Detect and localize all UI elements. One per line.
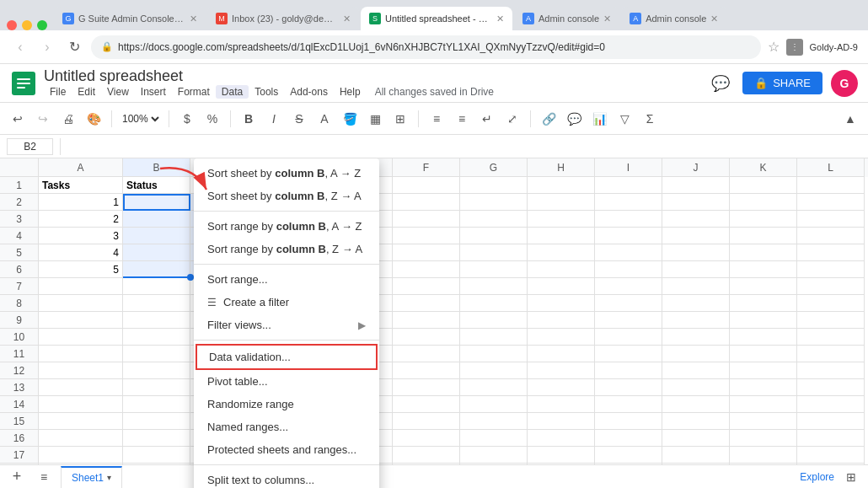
- cell-j2[interactable]: [662, 194, 730, 211]
- cell-h11[interactable]: [528, 346, 595, 362]
- currency-button[interactable]: $: [176, 108, 198, 130]
- cell-j11[interactable]: [662, 346, 730, 362]
- menu-filter-views[interactable]: Filter views... ▶: [194, 314, 379, 336]
- cell-g2[interactable]: [460, 194, 528, 211]
- cell-k2[interactable]: [730, 194, 797, 211]
- cell-a17[interactable]: [39, 447, 123, 464]
- menu-help[interactable]: Help: [334, 85, 367, 99]
- cell-k1[interactable]: [730, 177, 797, 194]
- gsuite-close[interactable]: ✕: [190, 13, 197, 24]
- cell-a4[interactable]: 3: [39, 228, 123, 244]
- cell-k4[interactable]: [730, 228, 797, 244]
- cell-b14[interactable]: [123, 396, 190, 413]
- cell-f11[interactable]: [393, 346, 460, 362]
- col-header-g[interactable]: G: [460, 158, 528, 177]
- col-header-l[interactable]: L: [797, 158, 865, 177]
- text-color-button[interactable]: A: [313, 108, 335, 130]
- cell-i11[interactable]: [595, 346, 662, 362]
- filter-button[interactable]: ▽: [613, 108, 635, 130]
- cell-l12[interactable]: [797, 362, 865, 379]
- menu-sort-range-za[interactable]: Sort range by column B, Z → A: [194, 238, 379, 260]
- cell-k15[interactable]: [730, 413, 797, 430]
- cell-g11[interactable]: [460, 346, 528, 362]
- cell-a6[interactable]: 5: [39, 261, 123, 278]
- cell-g12[interactable]: [460, 362, 528, 379]
- borders-button[interactable]: ▦: [364, 108, 386, 130]
- cell-f1[interactable]: [393, 177, 460, 194]
- cell-reference-input[interactable]: B2: [7, 138, 53, 155]
- cell-k17[interactable]: [730, 447, 797, 464]
- cell-k8[interactable]: [730, 295, 797, 312]
- ext-icon-1[interactable]: ⋮: [786, 39, 803, 56]
- cell-f10[interactable]: [393, 329, 460, 346]
- formula-input[interactable]: [67, 141, 861, 153]
- cell-k5[interactable]: [730, 244, 797, 261]
- cell-l7[interactable]: [797, 278, 865, 295]
- cell-j6[interactable]: [662, 261, 730, 278]
- cell-f7[interactable]: [393, 278, 460, 295]
- cell-j3[interactable]: [662, 211, 730, 228]
- menu-randomize-range[interactable]: Randomize range: [194, 393, 379, 416]
- cell-a15[interactable]: [39, 413, 123, 430]
- col-header-k[interactable]: K: [730, 158, 797, 177]
- cell-k14[interactable]: [730, 396, 797, 413]
- cell-h16[interactable]: [528, 430, 595, 447]
- cell-l11[interactable]: [797, 346, 865, 362]
- cell-j16[interactable]: [662, 430, 730, 447]
- col-header-b[interactable]: B: [123, 158, 190, 177]
- cell-j9[interactable]: [662, 312, 730, 329]
- cell-j12[interactable]: [662, 362, 730, 379]
- cell-k7[interactable]: [730, 278, 797, 295]
- cell-f17[interactable]: [393, 447, 460, 464]
- cell-i15[interactable]: [595, 413, 662, 430]
- cell-g10[interactable]: [460, 329, 528, 346]
- cell-j13[interactable]: [662, 379, 730, 396]
- cell-i14[interactable]: [595, 396, 662, 413]
- col-header-i[interactable]: I: [595, 158, 662, 177]
- menu-edit[interactable]: Edit: [72, 85, 101, 99]
- cell-l3[interactable]: [797, 211, 865, 228]
- text-wrap-button[interactable]: ↵: [476, 108, 498, 130]
- menu-data[interactable]: Data: [216, 85, 249, 99]
- cell-b13[interactable]: [123, 379, 190, 396]
- menu-format[interactable]: Format: [172, 85, 216, 99]
- cell-a5[interactable]: 4: [39, 244, 123, 261]
- cell-b17[interactable]: [123, 447, 190, 464]
- cell-j7[interactable]: [662, 278, 730, 295]
- cell-g4[interactable]: [460, 228, 528, 244]
- admin1-close[interactable]: ✕: [603, 13, 611, 24]
- cell-b1[interactable]: Status: [123, 177, 190, 194]
- cell-a8[interactable]: [39, 295, 123, 312]
- cell-l17[interactable]: [797, 447, 865, 464]
- cell-f2[interactable]: [393, 194, 460, 211]
- cell-h13[interactable]: [528, 379, 595, 396]
- strikethrough-button[interactable]: S: [288, 108, 310, 130]
- cell-l8[interactable]: [797, 295, 865, 312]
- cell-g8[interactable]: [460, 295, 528, 312]
- cell-f15[interactable]: [393, 413, 460, 430]
- explore-button[interactable]: ▲: [839, 108, 861, 130]
- cell-g16[interactable]: [460, 430, 528, 447]
- menu-protected-sheets[interactable]: Protected sheets and ranges...: [194, 438, 379, 461]
- menu-sort-sheet-za[interactable]: Sort sheet by column B, Z → A: [194, 185, 379, 207]
- cell-a7[interactable]: [39, 278, 123, 295]
- cell-l15[interactable]: [797, 413, 865, 430]
- cell-h2[interactable]: [528, 194, 595, 211]
- cell-f8[interactable]: [393, 295, 460, 312]
- cell-b11[interactable]: [123, 346, 190, 362]
- cell-h14[interactable]: [528, 396, 595, 413]
- menu-data-validation[interactable]: Data validation...: [196, 344, 378, 370]
- cell-a10[interactable]: [39, 329, 123, 346]
- col-header-h[interactable]: H: [528, 158, 595, 177]
- cell-h6[interactable]: [528, 261, 595, 278]
- sheet-tab-1[interactable]: Sheet1 ▾: [61, 466, 122, 488]
- cell-f9[interactable]: [393, 312, 460, 329]
- italic-button[interactable]: I: [263, 108, 285, 130]
- cell-i6[interactable]: [595, 261, 662, 278]
- chart-button[interactable]: 📊: [588, 108, 610, 130]
- cell-k3[interactable]: [730, 211, 797, 228]
- forward-button[interactable]: ›: [37, 37, 57, 57]
- bold-button[interactable]: B: [238, 108, 260, 130]
- cell-g5[interactable]: [460, 244, 528, 261]
- cell-g17[interactable]: [460, 447, 528, 464]
